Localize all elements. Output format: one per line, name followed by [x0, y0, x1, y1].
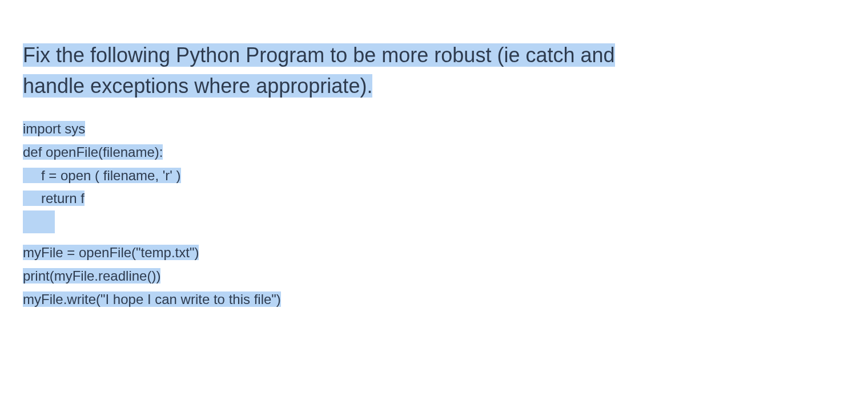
- code-line-1: import sys: [23, 121, 85, 136]
- document-content: Fix the following Python Program to be m…: [23, 40, 708, 311]
- code-line-3: f = open ( filename, 'r' ): [23, 168, 181, 183]
- question-title: Fix the following Python Program to be m…: [23, 40, 708, 102]
- code-blank-line: [23, 210, 55, 233]
- code-block: import sys def openFile(filename): f = o…: [23, 118, 708, 311]
- code-line-5: myFile = openFile("temp.txt"): [23, 245, 199, 260]
- code-line-7: myFile.write("I hope I can write to this…: [23, 291, 281, 307]
- question-title-line1: Fix the following Python Program to be m…: [23, 43, 615, 67]
- question-title-line2: handle exceptions where appropriate).: [23, 74, 372, 98]
- code-line-6: print(myFile.readline()): [23, 268, 160, 284]
- code-line-4: return f: [23, 191, 85, 206]
- code-line-2: def openFile(filename):: [23, 144, 163, 160]
